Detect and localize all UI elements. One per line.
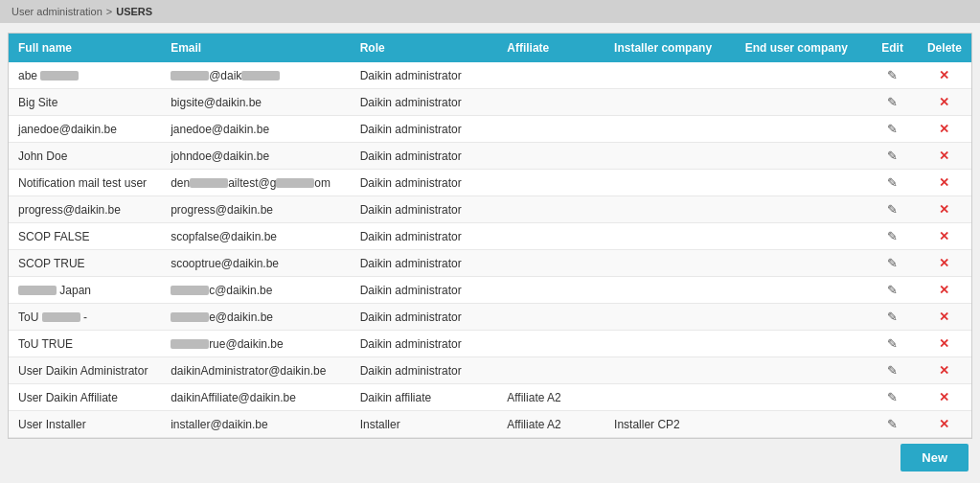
new-button[interactable]: New [900, 444, 969, 472]
cell-installer [604, 250, 736, 277]
table-row: User Installerinstaller@daikin.beInstall… [9, 411, 971, 438]
breadcrumb-parent: User administration [11, 6, 103, 17]
table-row: User Daikin AdministratordaikinAdministr… [9, 357, 971, 384]
edit-icon[interactable]: ✎ [887, 363, 898, 378]
delete-icon[interactable]: ✕ [939, 417, 949, 431]
cell-installer [604, 89, 736, 116]
delete-icon[interactable]: ✕ [939, 175, 949, 190]
edit-icon[interactable]: ✎ [887, 95, 898, 109]
cell-fullname: User Installer [9, 411, 161, 438]
cell-affiliate [497, 89, 604, 116]
delete-icon[interactable]: ✕ [939, 363, 949, 378]
delete-icon[interactable]: ✕ [939, 68, 949, 82]
edit-icon[interactable]: ✎ [887, 122, 898, 136]
delete-icon[interactable]: ✕ [939, 229, 949, 243]
cell-affiliate [497, 223, 604, 250]
table-row: progress@daikin.beprogress@daikin.beDaik… [9, 196, 971, 223]
edit-icon[interactable]: ✎ [887, 149, 898, 163]
cell-installer [604, 196, 736, 223]
cell-delete: ✕ [918, 250, 971, 277]
cell-delete: ✕ [918, 196, 971, 223]
cell-fullname: janedoe@daikin.be [9, 116, 161, 143]
cell-role: Installer [351, 411, 498, 438]
delete-icon[interactable]: ✕ [939, 336, 949, 351]
col-header-delete: Delete [918, 34, 971, 62]
delete-icon[interactable]: ✕ [939, 256, 949, 270]
edit-icon[interactable]: ✎ [887, 283, 898, 297]
cell-role: Daikin administrator [351, 143, 498, 170]
cell-edit: ✎ [867, 411, 918, 438]
col-header-email: Email [161, 34, 351, 62]
cell-delete: ✕ [918, 170, 971, 196]
cell-edit: ✎ [867, 331, 918, 357]
delete-icon[interactable]: ✕ [939, 310, 949, 324]
cell-role: Daikin affiliate [351, 384, 498, 411]
cell-edit: ✎ [867, 170, 918, 196]
delete-icon[interactable]: ✕ [939, 390, 949, 404]
cell-enduser [736, 304, 868, 331]
cell-email: @daik [161, 62, 351, 89]
cell-enduser [736, 250, 868, 277]
delete-icon[interactable]: ✕ [939, 95, 949, 109]
cell-email: denailtest@gom [161, 170, 351, 196]
cell-role: Daikin administrator [351, 304, 498, 331]
cell-fullname: SCOP TRUE [9, 250, 161, 277]
edit-icon[interactable]: ✎ [887, 336, 898, 351]
users-table: Full name Email Role Affiliate Installer… [9, 34, 971, 438]
breadcrumb-current: USERS [116, 6, 152, 17]
delete-icon[interactable]: ✕ [939, 283, 949, 297]
edit-icon[interactable]: ✎ [887, 175, 898, 190]
cell-affiliate [497, 277, 604, 304]
edit-icon[interactable]: ✎ [887, 202, 898, 217]
cell-delete: ✕ [918, 143, 971, 170]
cell-role: Daikin administrator [351, 223, 498, 250]
edit-icon[interactable]: ✎ [887, 390, 898, 404]
breadcrumb: User administration > USERS [0, 0, 980, 23]
cell-enduser [736, 62, 868, 89]
page-wrapper: User administration > USERS Full name Em… [0, 0, 980, 483]
table-row: janedoe@daikin.bejanedoe@daikin.beDaikin… [9, 116, 971, 143]
cell-affiliate [497, 357, 604, 384]
cell-fullname: progress@daikin.be [9, 196, 161, 223]
cell-enduser [736, 143, 868, 170]
cell-affiliate: Affiliate A2 [497, 384, 604, 411]
cell-email: e@daikin.be [161, 304, 351, 331]
table-row: ToU -e@daikin.beDaikin administrator✎✕ [9, 304, 971, 331]
cell-fullname: abe [9, 62, 161, 89]
cell-delete: ✕ [918, 384, 971, 411]
content-area: Full name Email Role Affiliate Installer… [0, 23, 980, 448]
edit-icon[interactable]: ✎ [887, 68, 898, 82]
cell-fullname: John Doe [9, 143, 161, 170]
cell-affiliate [497, 331, 604, 357]
table-row: SCOP FALSEscopfalse@daikin.beDaikin admi… [9, 223, 971, 250]
breadcrumb-separator: > [106, 6, 112, 17]
delete-icon[interactable]: ✕ [939, 202, 949, 217]
cell-enduser [736, 384, 868, 411]
edit-icon[interactable]: ✎ [887, 256, 898, 270]
cell-installer [604, 143, 736, 170]
cell-email: daikinAdministrator@daikin.be [161, 357, 351, 384]
cell-installer: Installer CP2 [604, 411, 736, 438]
table-row: John Doejohndoe@daikin.beDaikin administ… [9, 143, 971, 170]
cell-installer [604, 170, 736, 196]
users-table-container: Full name Email Role Affiliate Installer… [8, 33, 972, 439]
edit-icon[interactable]: ✎ [887, 417, 898, 431]
cell-delete: ✕ [918, 411, 971, 438]
cell-installer [604, 384, 736, 411]
cell-edit: ✎ [867, 116, 918, 143]
cell-installer [604, 277, 736, 304]
delete-icon[interactable]: ✕ [939, 122, 949, 136]
cell-delete: ✕ [918, 116, 971, 143]
cell-edit: ✎ [867, 223, 918, 250]
cell-role: Daikin administrator [351, 250, 498, 277]
edit-icon[interactable]: ✎ [887, 229, 898, 243]
cell-delete: ✕ [918, 357, 971, 384]
delete-icon[interactable]: ✕ [939, 149, 949, 163]
edit-icon[interactable]: ✎ [887, 310, 898, 324]
cell-edit: ✎ [867, 357, 918, 384]
cell-delete: ✕ [918, 62, 971, 89]
cell-affiliate [497, 170, 604, 196]
cell-email: scooptrue@daikin.be [161, 250, 351, 277]
cell-affiliate [497, 62, 604, 89]
table-header-row: Full name Email Role Affiliate Installer… [9, 34, 971, 62]
